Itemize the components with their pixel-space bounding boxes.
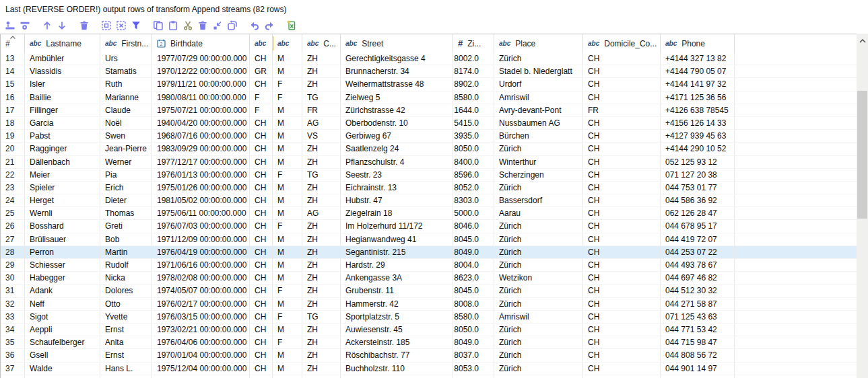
column-header-canton[interactable]: abcC...: [302, 34, 341, 52]
table-row-18[interactable]: 18GarciaNoël1940/04/20 00:00:00.000CHMAG…: [1, 117, 857, 130]
cell-place[interactable]: Zürich: [494, 182, 583, 194]
cell-rownum[interactable]: 23: [1, 182, 25, 194]
cell-street[interactable]: Gerbiweg 67: [341, 130, 453, 142]
cell-firstname[interactable]: Nicka: [100, 272, 152, 284]
shrink-selection-button[interactable]: [212, 20, 223, 32]
column-header-nationality[interactable]: abc: [250, 34, 273, 52]
cell-canton[interactable]: ZH: [302, 324, 341, 336]
cell-canton[interactable]: ZH: [302, 272, 341, 284]
cell-place[interactable]: Zürich: [494, 363, 583, 375]
cell-firstname[interactable]: Dieter: [100, 194, 152, 206]
table-row-20[interactable]: 20RaggingerJean-Pierre1983/09/29 00:00:0…: [1, 143, 857, 155]
cell-zip[interactable]: 1644.0: [453, 104, 494, 116]
cell-domicile[interactable]: CH: [583, 182, 661, 194]
cell-rownum[interactable]: 13: [1, 52, 25, 65]
cell-street[interactable]: Saatlenzelg 24: [341, 143, 453, 155]
move-row-up-button[interactable]: [42, 20, 53, 32]
cell-lastname[interactable]: Wernli: [25, 207, 100, 219]
cell-nationality[interactable]: CH: [250, 363, 273, 375]
cell-firstname[interactable]: Martin: [100, 246, 152, 258]
cell-rownum[interactable]: 26: [1, 220, 25, 232]
cell-domicile[interactable]: CH: [583, 298, 661, 310]
cell-canton[interactable]: ZH: [302, 78, 341, 90]
cell-canton[interactable]: AG: [302, 207, 341, 219]
cell-place[interactable]: Zürich: [494, 324, 583, 336]
cell-phone[interactable]: 044 697 46 82: [661, 272, 735, 284]
cell-zip[interactable]: 8596.0: [453, 169, 494, 181]
cell-zip[interactable]: 8580.0: [453, 91, 494, 104]
cell-birthdate[interactable]: 1975/01/26 00:00:00.000: [152, 182, 250, 194]
table-row-27[interactable]: 27BrülisauerBob1971/12/09 00:00:00.000CH…: [1, 233, 857, 246]
cell-street[interactable]: Buchholzstr. 110: [341, 363, 453, 375]
cell-zip[interactable]: 8053.0: [453, 363, 494, 375]
select-block-button[interactable]: [101, 20, 112, 32]
cell-birthdate[interactable]: 1976/07/03 00:00:00.000: [152, 220, 250, 232]
cell-gender[interactable]: M: [273, 194, 302, 206]
cell-street[interactable]: Seestr. 23: [341, 169, 453, 181]
cell-zip[interactable]: 8045.0: [453, 285, 494, 297]
cell-phone[interactable]: 071 125 43 63: [661, 311, 735, 323]
column-header-lastname[interactable]: abcLastname: [25, 34, 100, 52]
cell-phone[interactable]: 044 771 53 42: [661, 324, 735, 336]
cell-nationality[interactable]: CH: [250, 324, 273, 336]
cell-canton[interactable]: ZH: [302, 233, 341, 245]
column-header-domicile[interactable]: abcDomicile_Co...: [583, 34, 661, 52]
cell-zip[interactable]: 8050.0: [453, 143, 494, 155]
cell-lastname[interactable]: Aeppli: [25, 324, 100, 336]
cell-street[interactable]: Zielweg 5: [341, 91, 453, 104]
table-row-22[interactable]: 22MeierPia1976/01/13 00:00:00.000CHFTGSe…: [1, 169, 857, 182]
cell-lastname[interactable]: Perron: [25, 246, 100, 258]
cell-domicile[interactable]: CH: [583, 272, 661, 284]
cell-lastname[interactable]: Meier: [25, 169, 100, 181]
cell-phone[interactable]: 052 125 93 12: [661, 156, 735, 168]
cell-zip[interactable]: 8046.0: [453, 220, 494, 232]
cell-domicile[interactable]: CH: [583, 363, 661, 375]
cell-firstname[interactable]: Anita: [100, 336, 152, 348]
cell-canton[interactable]: ZH: [302, 52, 341, 65]
cell-firstname[interactable]: Swen: [100, 130, 152, 142]
cell-firstname[interactable]: Greti: [100, 220, 152, 232]
cell-domicile[interactable]: CH: [583, 78, 661, 90]
cell-zip[interactable]: 8004.0: [453, 259, 494, 271]
cell-phone[interactable]: 044 808 56 72: [661, 349, 735, 361]
cell-phone[interactable]: +4171 125 36 56: [661, 91, 735, 104]
table-row-34[interactable]: 34AeppliErnst1973/02/21 00:00:00.000CHMZ…: [1, 324, 857, 336]
cell-lastname[interactable]: Schaufelberger: [25, 336, 100, 348]
cell-birthdate[interactable]: 1977/12/17 00:00:00.000: [152, 156, 250, 168]
cell-zip[interactable]: 8049.0: [453, 336, 494, 348]
table-row-25[interactable]: 25WernliThomas1975/06/11 00:00:00.000CHM…: [1, 207, 857, 220]
cell-street[interactable]: Eichrainstr. 13: [341, 182, 453, 194]
cell-canton[interactable]: TG: [302, 91, 341, 104]
cell-gender[interactable]: F: [273, 311, 302, 323]
cell-birthdate[interactable]: 1976/01/13 00:00:00.000: [152, 169, 250, 181]
cell-lastname[interactable]: Habegger: [25, 272, 100, 284]
cell-gender[interactable]: F: [273, 169, 302, 181]
cell-phone[interactable]: 044 493 78 67: [661, 259, 735, 271]
cell-nationality[interactable]: CH: [250, 349, 273, 361]
cell-gender[interactable]: M: [273, 117, 302, 129]
cell-canton[interactable]: ZH: [302, 156, 341, 168]
cell-nationality[interactable]: CH: [250, 285, 273, 297]
cell-gender[interactable]: M: [273, 272, 302, 284]
cell-place[interactable]: Zürich: [494, 375, 583, 378]
cell-lastname[interactable]: Baillie: [25, 91, 100, 104]
delete-cells-button[interactable]: [197, 20, 208, 32]
cell-firstname[interactable]: Ernst: [100, 349, 152, 361]
cell-zip[interactable]: 8008.0: [453, 298, 494, 310]
cell-place[interactable]: Avry-devant-Pont: [494, 104, 583, 116]
cell-place[interactable]: Zürich: [494, 285, 583, 297]
cell-place[interactable]: Amriswil: [494, 311, 583, 323]
cell-firstname[interactable]: Noël: [100, 117, 152, 129]
cell-place[interactable]: Amriswil: [494, 91, 583, 104]
cell-rownum[interactable]: 34: [1, 324, 25, 336]
cell-canton[interactable]: ZH: [302, 375, 341, 378]
cell-nationality[interactable]: CH: [250, 156, 273, 168]
cell-rownum[interactable]: 19: [1, 130, 25, 142]
cell-rownum[interactable]: 36: [1, 349, 25, 361]
cell-domicile[interactable]: CH: [583, 324, 661, 336]
cell-firstname[interactable]: Ruth: [100, 78, 152, 90]
cell-lastname[interactable]: Pabst: [25, 130, 100, 142]
cell-phone[interactable]: +4144 290 10 52: [661, 143, 735, 155]
goto-first-row-button[interactable]: [5, 20, 15, 32]
cell-street[interactable]: Gerechtigkeitsgasse 4: [341, 52, 453, 65]
